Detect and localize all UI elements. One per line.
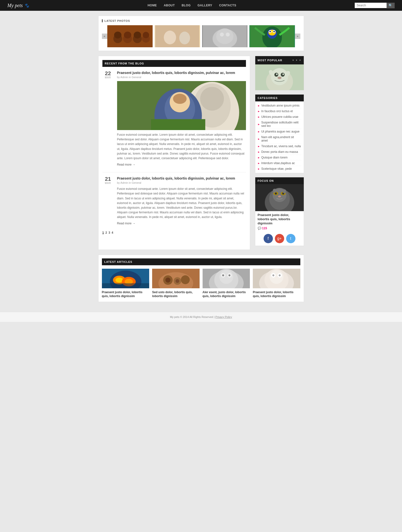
cat-arrow-8: ► [258, 156, 260, 159]
focus-on-header: FOCUS ON [255, 177, 304, 184]
comment-count: 115 [262, 227, 267, 230]
facebook-button[interactable]: f [264, 234, 273, 243]
post-divider [102, 172, 246, 172]
page-3[interactable]: 3 [109, 231, 110, 234]
logo: My pets 🐾 [7, 3, 29, 8]
article-title-3: Praesent justo dolor, lobortis quis, lob… [253, 290, 300, 299]
logo-text: My pets [7, 3, 23, 8]
svg-point-88 [272, 274, 274, 276]
photo-item-2[interactable] [155, 25, 200, 47]
category-item-3[interactable]: ►Suspendisse sollicitudin velit sed leo [258, 120, 301, 129]
footer-text: My pets © 2014 All Rights Reserved [170, 315, 213, 318]
header: My pets 🐾 HOME ABOUT BLOG GALLERY CONTAC… [0, 0, 402, 11]
photo-item-1[interactable] [107, 25, 153, 47]
arrow-icon-1: → [133, 163, 135, 166]
photos-label: LATEST PHOTOS [102, 19, 300, 22]
categories-header: CATEGORIES [255, 95, 304, 101]
post-date-1: 22 MAR [102, 71, 114, 166]
article-item-3: Praesent justo dolor, lobortis quis, lob… [253, 269, 300, 299]
svg-point-57 [278, 195, 281, 197]
nav-contacts[interactable]: CONTACTS [219, 4, 236, 7]
googleplus-button[interactable]: g+ [275, 234, 284, 243]
post-date-num-2: 21 [102, 176, 114, 182]
social-buttons: f g+ t [255, 232, 304, 246]
privacy-link[interactable]: Privacy Policy [215, 315, 232, 318]
page-4[interactable]: 4 [112, 231, 113, 234]
post-meta-2: by Admin in General [117, 181, 246, 184]
article-img-0[interactable] [102, 269, 149, 288]
footer: My pets © 2014 All Rights Reserved | Pri… [0, 312, 402, 322]
photo-item-4[interactable] [249, 25, 295, 47]
nav-gallery[interactable]: GALLERY [197, 4, 212, 7]
article-img-3[interactable] [253, 269, 300, 288]
svg-rect-66 [102, 283, 149, 288]
post-date-2: 21 MAR [102, 176, 114, 225]
svg-point-55 [275, 193, 277, 194]
focus-img[interactable] [255, 184, 304, 211]
article-title-1: Sed usto dolor, lobortis quis, lobortis … [152, 290, 200, 299]
category-item-9[interactable]: ►Interdum vitae,dapibus ac [258, 160, 301, 166]
svg-point-81 [228, 274, 230, 276]
category-item-0[interactable]: ►Vestibulum anne ipsum prinis [258, 103, 301, 109]
post-title-1: Praesent justo dolor, lobortis quis, lob… [117, 71, 246, 75]
cat-arrow-4: ► [258, 130, 260, 133]
category-item-7[interactable]: ►Donec porta diam eu massa [258, 149, 301, 155]
svg-rect-14 [167, 31, 169, 34]
main-content: RECENT FROM THE BLOG 22 MAR Praesent jus… [98, 56, 250, 250]
cat-arrow-6: ► [258, 145, 260, 148]
twitter-button[interactable]: t [286, 234, 295, 243]
articles-header: LATEST ARTICLES [102, 258, 300, 265]
post-meta-1: by Admin in General [117, 76, 246, 79]
svg-point-5 [114, 32, 121, 38]
svg-point-72 [165, 278, 171, 283]
svg-point-80 [222, 274, 224, 276]
svg-point-71 [181, 275, 190, 284]
photo-item-3[interactable] [202, 25, 248, 47]
category-item-6[interactable]: ►Tincidunt ac, viverra sed, nulla [258, 144, 301, 149]
arrow-icon-2: → [133, 222, 135, 225]
search-input[interactable] [355, 3, 387, 8]
svg-point-18 [216, 28, 233, 44]
cat-arrow-10: ► [258, 168, 260, 170]
photo-carousel: « » [102, 25, 300, 47]
focus-on-label: FOCUS ON [258, 179, 274, 182]
post-title-2: Praesent justo dolor, lobortis quis, lob… [117, 176, 246, 180]
category-item-5[interactable]: ►Nam elit agna,endrerit sit amet [258, 134, 301, 144]
cat-arrow-7: ► [258, 151, 260, 153]
read-more-2[interactable]: Read more → [117, 222, 135, 225]
paw-icon: 🐾 [24, 3, 29, 8]
category-item-2[interactable]: ►Ultrices posuere cubilia urae [258, 114, 301, 120]
sidebar: MOST POPULAR • • • [255, 56, 304, 250]
article-img-2[interactable] [203, 269, 250, 288]
read-more-1[interactable]: Read more → [117, 163, 135, 166]
content-layout: RECENT FROM THE BLOG 22 MAR Praesent jus… [98, 56, 304, 250]
page-2[interactable]: 2 [105, 231, 107, 234]
svg-point-19 [220, 33, 224, 36]
search-button[interactable]: 🔍 [387, 3, 395, 8]
focus-comments: 💬 115 [255, 227, 304, 232]
blog-post-2: 21 MAR Praesent justo dolor, lobortis qu… [102, 176, 246, 225]
latest-photos-section: LATEST PHOTOS « » [98, 16, 304, 51]
svg-point-89 [279, 274, 281, 276]
carousel-prev[interactable]: « [102, 34, 107, 39]
popular-img[interactable] [255, 64, 304, 90]
nav-about[interactable]: ABOUT [164, 4, 175, 7]
categories-list: ►Vestibulum anne ipsum prinis ►In faucib… [255, 101, 304, 173]
main-wrapper: LATEST PHOTOS « » REC [96, 11, 306, 307]
svg-point-77 [219, 270, 233, 284]
carousel-next[interactable]: » [295, 34, 300, 39]
post-img-1[interactable] [117, 81, 246, 130]
nav-blog[interactable]: BLOG [182, 4, 191, 7]
nav-home[interactable]: HOME [147, 4, 157, 7]
category-item-1[interactable]: ►In faucibus orci luctus et [258, 109, 301, 114]
svg-point-8 [143, 32, 149, 38]
category-item-8[interactable]: ►Quisque diam lorem [258, 155, 301, 160]
comment-icon: 💬 [258, 227, 262, 230]
categories-label: CATEGORIES [258, 97, 278, 99]
category-item-10[interactable]: ►Scelerisque vitae, pede [258, 166, 301, 171]
svg-point-32 [200, 87, 224, 111]
article-img-1[interactable] [152, 269, 200, 288]
article-item-0: Praesent justo dolor, lobortis quis, lob… [102, 269, 149, 299]
category-item-4[interactable]: ►Ut pharetra augue nec augue [258, 129, 301, 134]
page-1[interactable]: 1 [102, 231, 104, 234]
